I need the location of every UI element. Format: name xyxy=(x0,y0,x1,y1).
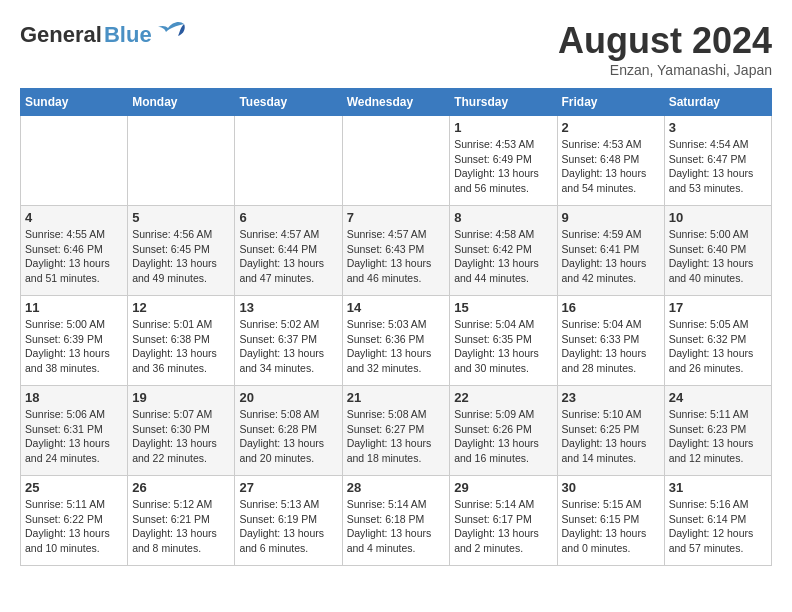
calendar-cell: 16Sunrise: 5:04 AMSunset: 6:33 PMDayligh… xyxy=(557,296,664,386)
title-block: August 2024 Enzan, Yamanashi, Japan xyxy=(558,20,772,78)
calendar-week-3: 11Sunrise: 5:00 AMSunset: 6:39 PMDayligh… xyxy=(21,296,772,386)
day-info: Sunrise: 4:56 AMSunset: 6:45 PMDaylight:… xyxy=(132,227,230,286)
calendar-cell: 29Sunrise: 5:14 AMSunset: 6:17 PMDayligh… xyxy=(450,476,557,566)
day-info: Sunrise: 5:03 AMSunset: 6:36 PMDaylight:… xyxy=(347,317,446,376)
day-number: 2 xyxy=(562,120,660,135)
day-number: 12 xyxy=(132,300,230,315)
day-number: 14 xyxy=(347,300,446,315)
month-title: August 2024 xyxy=(558,20,772,62)
day-info: Sunrise: 5:04 AMSunset: 6:33 PMDaylight:… xyxy=(562,317,660,376)
day-number: 4 xyxy=(25,210,123,225)
column-header-thursday: Thursday xyxy=(450,89,557,116)
page-header: General Blue August 2024 Enzan, Yamanash… xyxy=(20,20,772,78)
calendar-cell xyxy=(342,116,450,206)
day-info: Sunrise: 5:02 AMSunset: 6:37 PMDaylight:… xyxy=(239,317,337,376)
calendar-cell: 19Sunrise: 5:07 AMSunset: 6:30 PMDayligh… xyxy=(128,386,235,476)
calendar-cell: 8Sunrise: 4:58 AMSunset: 6:42 PMDaylight… xyxy=(450,206,557,296)
day-info: Sunrise: 5:12 AMSunset: 6:21 PMDaylight:… xyxy=(132,497,230,556)
calendar-week-1: 1Sunrise: 4:53 AMSunset: 6:49 PMDaylight… xyxy=(21,116,772,206)
day-info: Sunrise: 5:13 AMSunset: 6:19 PMDaylight:… xyxy=(239,497,337,556)
day-info: Sunrise: 4:54 AMSunset: 6:47 PMDaylight:… xyxy=(669,137,767,196)
calendar-cell: 23Sunrise: 5:10 AMSunset: 6:25 PMDayligh… xyxy=(557,386,664,476)
column-header-monday: Monday xyxy=(128,89,235,116)
calendar-cell: 30Sunrise: 5:15 AMSunset: 6:15 PMDayligh… xyxy=(557,476,664,566)
calendar-week-4: 18Sunrise: 5:06 AMSunset: 6:31 PMDayligh… xyxy=(21,386,772,476)
day-number: 25 xyxy=(25,480,123,495)
calendar-cell: 6Sunrise: 4:57 AMSunset: 6:44 PMDaylight… xyxy=(235,206,342,296)
day-info: Sunrise: 5:00 AMSunset: 6:39 PMDaylight:… xyxy=(25,317,123,376)
day-info: Sunrise: 5:11 AMSunset: 6:23 PMDaylight:… xyxy=(669,407,767,466)
calendar-cell: 12Sunrise: 5:01 AMSunset: 6:38 PMDayligh… xyxy=(128,296,235,386)
day-number: 20 xyxy=(239,390,337,405)
calendar-cell xyxy=(235,116,342,206)
calendar-cell: 14Sunrise: 5:03 AMSunset: 6:36 PMDayligh… xyxy=(342,296,450,386)
calendar-cell: 4Sunrise: 4:55 AMSunset: 6:46 PMDaylight… xyxy=(21,206,128,296)
column-header-sunday: Sunday xyxy=(21,89,128,116)
day-info: Sunrise: 5:11 AMSunset: 6:22 PMDaylight:… xyxy=(25,497,123,556)
calendar-cell: 18Sunrise: 5:06 AMSunset: 6:31 PMDayligh… xyxy=(21,386,128,476)
calendar-cell: 15Sunrise: 5:04 AMSunset: 6:35 PMDayligh… xyxy=(450,296,557,386)
day-number: 27 xyxy=(239,480,337,495)
calendar-cell: 20Sunrise: 5:08 AMSunset: 6:28 PMDayligh… xyxy=(235,386,342,476)
day-info: Sunrise: 5:08 AMSunset: 6:27 PMDaylight:… xyxy=(347,407,446,466)
day-info: Sunrise: 4:55 AMSunset: 6:46 PMDaylight:… xyxy=(25,227,123,286)
calendar-cell: 10Sunrise: 5:00 AMSunset: 6:40 PMDayligh… xyxy=(664,206,771,296)
calendar-cell: 28Sunrise: 5:14 AMSunset: 6:18 PMDayligh… xyxy=(342,476,450,566)
day-number: 26 xyxy=(132,480,230,495)
day-number: 15 xyxy=(454,300,552,315)
day-number: 17 xyxy=(669,300,767,315)
day-info: Sunrise: 4:59 AMSunset: 6:41 PMDaylight:… xyxy=(562,227,660,286)
day-info: Sunrise: 4:57 AMSunset: 6:43 PMDaylight:… xyxy=(347,227,446,286)
logo-bird-icon xyxy=(156,20,188,42)
day-info: Sunrise: 5:14 AMSunset: 6:18 PMDaylight:… xyxy=(347,497,446,556)
day-number: 19 xyxy=(132,390,230,405)
day-number: 23 xyxy=(562,390,660,405)
day-number: 16 xyxy=(562,300,660,315)
day-info: Sunrise: 5:09 AMSunset: 6:26 PMDaylight:… xyxy=(454,407,552,466)
calendar-cell: 3Sunrise: 4:54 AMSunset: 6:47 PMDaylight… xyxy=(664,116,771,206)
logo-general: General xyxy=(20,22,102,48)
calendar-cell: 24Sunrise: 5:11 AMSunset: 6:23 PMDayligh… xyxy=(664,386,771,476)
day-info: Sunrise: 5:00 AMSunset: 6:40 PMDaylight:… xyxy=(669,227,767,286)
column-header-saturday: Saturday xyxy=(664,89,771,116)
calendar-table: SundayMondayTuesdayWednesdayThursdayFrid… xyxy=(20,88,772,566)
day-info: Sunrise: 5:04 AMSunset: 6:35 PMDaylight:… xyxy=(454,317,552,376)
day-number: 28 xyxy=(347,480,446,495)
day-number: 21 xyxy=(347,390,446,405)
day-number: 11 xyxy=(25,300,123,315)
day-number: 9 xyxy=(562,210,660,225)
calendar-cell: 9Sunrise: 4:59 AMSunset: 6:41 PMDaylight… xyxy=(557,206,664,296)
calendar-week-5: 25Sunrise: 5:11 AMSunset: 6:22 PMDayligh… xyxy=(21,476,772,566)
logo: General Blue xyxy=(20,20,188,50)
day-number: 8 xyxy=(454,210,552,225)
calendar-cell: 11Sunrise: 5:00 AMSunset: 6:39 PMDayligh… xyxy=(21,296,128,386)
day-info: Sunrise: 5:07 AMSunset: 6:30 PMDaylight:… xyxy=(132,407,230,466)
day-number: 1 xyxy=(454,120,552,135)
day-info: Sunrise: 5:08 AMSunset: 6:28 PMDaylight:… xyxy=(239,407,337,466)
calendar-cell: 25Sunrise: 5:11 AMSunset: 6:22 PMDayligh… xyxy=(21,476,128,566)
day-number: 13 xyxy=(239,300,337,315)
day-number: 5 xyxy=(132,210,230,225)
calendar-cell: 22Sunrise: 5:09 AMSunset: 6:26 PMDayligh… xyxy=(450,386,557,476)
day-info: Sunrise: 4:57 AMSunset: 6:44 PMDaylight:… xyxy=(239,227,337,286)
calendar-header-row: SundayMondayTuesdayWednesdayThursdayFrid… xyxy=(21,89,772,116)
column-header-friday: Friday xyxy=(557,89,664,116)
day-info: Sunrise: 5:05 AMSunset: 6:32 PMDaylight:… xyxy=(669,317,767,376)
calendar-cell: 27Sunrise: 5:13 AMSunset: 6:19 PMDayligh… xyxy=(235,476,342,566)
column-header-tuesday: Tuesday xyxy=(235,89,342,116)
location-subtitle: Enzan, Yamanashi, Japan xyxy=(558,62,772,78)
calendar-cell: 31Sunrise: 5:16 AMSunset: 6:14 PMDayligh… xyxy=(664,476,771,566)
calendar-cell: 5Sunrise: 4:56 AMSunset: 6:45 PMDaylight… xyxy=(128,206,235,296)
calendar-cell: 7Sunrise: 4:57 AMSunset: 6:43 PMDaylight… xyxy=(342,206,450,296)
column-header-wednesday: Wednesday xyxy=(342,89,450,116)
day-number: 3 xyxy=(669,120,767,135)
day-number: 31 xyxy=(669,480,767,495)
day-info: Sunrise: 5:16 AMSunset: 6:14 PMDaylight:… xyxy=(669,497,767,556)
logo-blue: Blue xyxy=(104,22,152,48)
day-number: 30 xyxy=(562,480,660,495)
calendar-cell: 17Sunrise: 5:05 AMSunset: 6:32 PMDayligh… xyxy=(664,296,771,386)
day-info: Sunrise: 4:58 AMSunset: 6:42 PMDaylight:… xyxy=(454,227,552,286)
day-info: Sunrise: 5:01 AMSunset: 6:38 PMDaylight:… xyxy=(132,317,230,376)
day-info: Sunrise: 5:10 AMSunset: 6:25 PMDaylight:… xyxy=(562,407,660,466)
day-number: 18 xyxy=(25,390,123,405)
